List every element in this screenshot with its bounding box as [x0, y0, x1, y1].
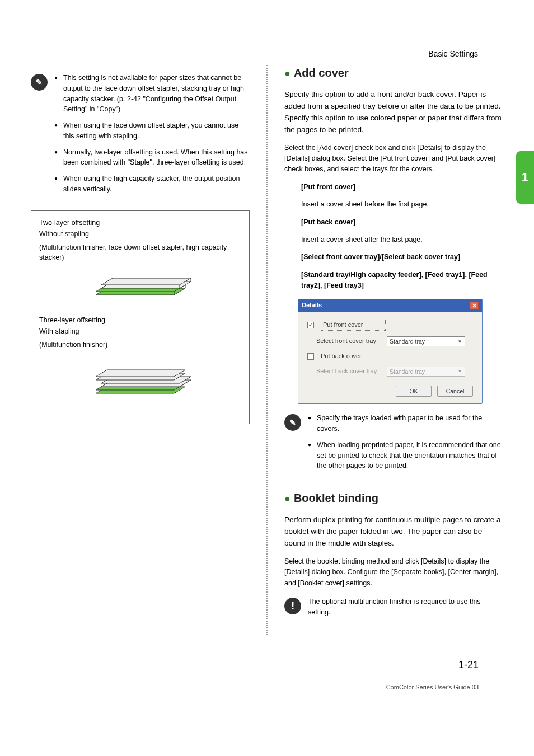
heading-text: Add cover [294, 65, 349, 81]
diagram-title: Three-layer offsetting [39, 315, 241, 325]
dialog-titlebar: Details ✕ [298, 299, 482, 312]
page-number: 1-21 [31, 658, 503, 672]
option-desc: Insert a cover sheet before the first pa… [301, 199, 503, 210]
details-dialog: Details ✕ ✓ Put front cover Select front… [298, 299, 483, 404]
warning-text: The optional multifunction finisher is r… [308, 597, 503, 618]
note-item: Specify the trays loaded with paper to b… [308, 413, 503, 434]
note-icon: ✎ [284, 414, 301, 431]
chevron-down-icon: ▼ [456, 368, 463, 375]
right-column: ● Add cover Specify this option to add a… [284, 65, 503, 635]
note-block: ✎ Specify the trays loaded with paper to… [284, 413, 503, 477]
warning-icon: ! [284, 598, 301, 614]
option-title: [Put front cover] [301, 182, 503, 192]
select-value: Standard tray [390, 368, 425, 376]
option-desc: [Standard tray/High capacity feeder], [F… [301, 270, 503, 292]
option-title: [Put back cover] [301, 217, 503, 228]
diagram-subtitle: (Multifunction finisher) [39, 340, 241, 350]
svg-marker-3 [101, 278, 191, 285]
section-tab: 1 [516, 151, 534, 204]
select-value: Standard tray [390, 337, 425, 346]
back-tray-select: Standard tray ▼ [387, 367, 465, 377]
offsetting-diagram: Two-layer offsetting Without stapling (M… [31, 210, 250, 425]
note-item: When loading preprinted paper, it is rec… [308, 440, 503, 471]
note-item: Normally, two-layer offsetting is used. … [54, 147, 250, 168]
note-item: When using the face down offset stapler,… [54, 120, 250, 142]
footer-guide: ComColor Series User's Guide 03 [31, 683, 503, 692]
paragraph: Specify this option to add a front and/o… [284, 89, 503, 136]
three-layer-illustration [79, 353, 202, 409]
two-column-layout: ✎ This setting is not available for pape… [31, 65, 503, 635]
note-item: This setting is not available for paper … [54, 73, 250, 115]
left-column: ✎ This setting is not available for pape… [31, 65, 250, 635]
checkbox-label: Put back cover [321, 352, 386, 361]
diagram-title: Two-layer offsetting [39, 218, 241, 228]
checkbox-put-front[interactable]: ✓ [307, 322, 314, 328]
checkbox-label: Put front cover [321, 320, 386, 331]
option-desc: Insert a cover sheet after the last page… [301, 234, 503, 245]
ok-button[interactable]: OK [396, 386, 432, 397]
column-divider [266, 65, 268, 635]
dialog-title: Details [302, 301, 322, 310]
svg-marker-13 [96, 370, 185, 377]
paragraph: Select the booklet binding method and cl… [284, 556, 503, 589]
diagram-subtitle: (Multifunction finisher, face down offse… [39, 242, 241, 262]
heading-bullet-icon: ● [284, 491, 291, 506]
paragraph: Select the [Add cover] check box and cli… [284, 143, 503, 175]
warning-block: ! The optional multifunction finisher is… [284, 597, 503, 625]
close-icon[interactable]: ✕ [470, 302, 479, 309]
option-title: [Select front cover tray]/[Select back c… [301, 252, 503, 262]
paragraph: Perform duplex printing for continuous m… [284, 514, 503, 550]
header-section: Basic Settings [428, 48, 478, 59]
note-block: ✎ This setting is not available for pape… [31, 73, 250, 200]
cancel-button[interactable]: Cancel [437, 386, 473, 397]
heading-text: Booklet binding [294, 490, 378, 506]
chevron-down-icon: ▼ [456, 337, 463, 345]
note-item: When using the high capacity stacker, th… [54, 173, 250, 195]
heading-add-cover: ● Add cover [284, 65, 503, 81]
two-layer-illustration [79, 266, 202, 311]
front-tray-select[interactable]: Standard tray ▼ [387, 336, 465, 346]
select-label: Select front cover tray [316, 337, 381, 346]
heading-booklet: ● Booklet binding [284, 490, 503, 506]
select-label: Select back cover tray [316, 367, 381, 376]
checkbox-put-back[interactable] [307, 353, 314, 360]
note-icon: ✎ [31, 74, 48, 91]
diagram-subtitle: Without stapling [39, 229, 241, 239]
heading-bullet-icon: ● [284, 66, 291, 81]
diagram-subtitle: With stapling [39, 326, 241, 336]
